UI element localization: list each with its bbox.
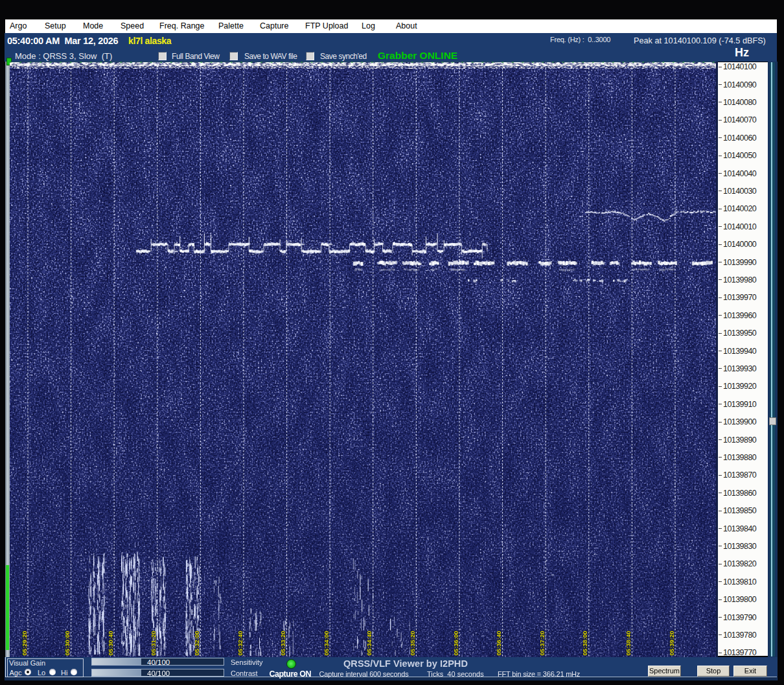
svg-text:05:29:20: 05:29:20 <box>21 631 28 655</box>
svg-text:05:30:40: 05:30:40 <box>107 631 114 655</box>
svg-text:05:37:20: 05:37:20 <box>538 631 546 655</box>
svg-text:05:32:40: 05:32:40 <box>236 631 244 655</box>
svg-text:05:35:20: 05:35:20 <box>409 631 416 655</box>
svg-text:05:38:00: 05:38:00 <box>581 631 588 655</box>
svg-text:05:32:00: 05:32:00 <box>193 631 200 655</box>
svg-text:05:34:40: 05:34:40 <box>365 631 373 655</box>
svg-text:05:33:20: 05:33:20 <box>279 631 286 655</box>
svg-text:05:30:00: 05:30:00 <box>63 631 71 655</box>
svg-text:05:34:00: 05:34:00 <box>323 631 330 655</box>
svg-text:05:39:20: 05:39:20 <box>668 631 675 655</box>
svg-text:05:36:40: 05:36:40 <box>495 631 502 655</box>
svg-text:05:38:40: 05:38:40 <box>625 631 632 655</box>
svg-text:05:31:20: 05:31:20 <box>150 631 157 655</box>
svg-text:05:36:00: 05:36:00 <box>452 631 459 655</box>
